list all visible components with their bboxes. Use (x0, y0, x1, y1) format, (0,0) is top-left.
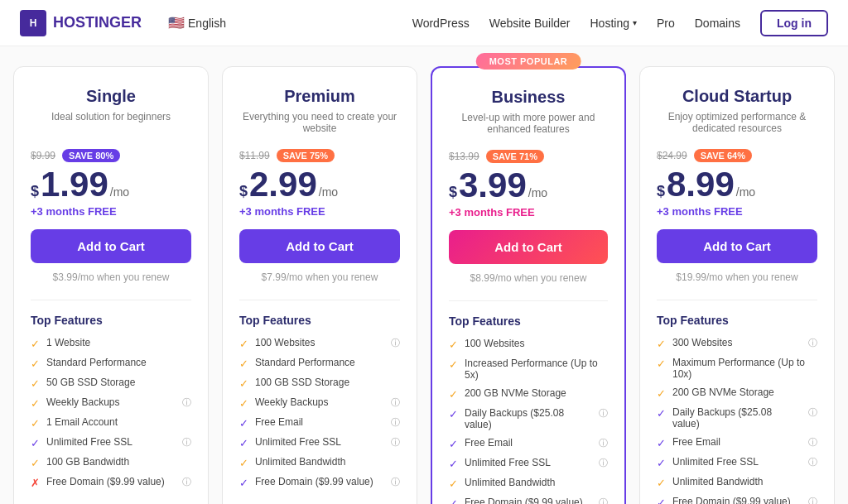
feature-item-cloud-startup-3: ✓ Daily Backups ($25.08 value) ⓘ (657, 406, 817, 430)
nav-links: WordPress Website Builder Hosting ▾ Pro … (412, 10, 828, 36)
features-title-premium: Top Features (239, 314, 400, 327)
check-icon-premium-2: ✓ (239, 377, 248, 390)
plan-card-cloud-startup: Cloud Startup Enjoy optimized performanc… (639, 66, 835, 504)
feature-item-cloud-startup-4: ✓ Free Email ⓘ (657, 436, 817, 449)
info-icon-premium-0[interactable]: ⓘ (391, 337, 400, 349)
info-icon-single-5[interactable]: ⓘ (182, 436, 191, 449)
feature-text-cloud-startup-6: Unlimited Bandwidth (672, 476, 817, 487)
language-selector[interactable]: 🇺🇸 English (168, 15, 226, 31)
info-icon-single-3[interactable]: ⓘ (182, 396, 191, 409)
nav-pro[interactable]: Pro (657, 17, 675, 30)
price-row-premium: $11.99 SAVE 75% (239, 149, 400, 162)
check-icon-single-6: ✓ (31, 457, 40, 469)
price-period-cloud-startup: /mo (736, 185, 755, 199)
feature-text-single-6: 100 GB Bandwidth (46, 456, 191, 468)
divider-cloud-startup (657, 300, 817, 300)
check-icon-premium-6: ✓ (239, 457, 248, 469)
info-icon-premium-3[interactable]: ⓘ (391, 396, 400, 409)
check-icon-cloud-startup-3: ✓ (657, 407, 666, 420)
price-row-single: $9.99 SAVE 80% (31, 149, 191, 162)
feature-text-cloud-startup-3: Daily Backups ($25.08 value) (672, 406, 802, 430)
feature-text-premium-0: 100 Websites (255, 337, 384, 348)
save-badge-single: SAVE 80% (62, 149, 120, 162)
feature-item-premium-5: ✓ Unlimited Free SSL ⓘ (239, 436, 400, 449)
price-amount-premium: 2.99 (249, 167, 317, 202)
feature-text-business-1: Increased Performance (Up to 5x) (465, 358, 608, 381)
add-to-cart-cloud-startup[interactable]: Add to Cart (657, 229, 817, 263)
info-icon-business-4[interactable]: ⓘ (599, 437, 608, 449)
add-to-cart-premium[interactable]: Add to Cart (239, 229, 400, 263)
nav-domains[interactable]: Domains (695, 17, 740, 30)
check-icon-single-3: ✓ (31, 397, 40, 410)
feature-text-cloud-startup-7: Free Domain ($9.99 value) (672, 496, 802, 504)
feature-text-business-2: 200 GB NVMe Storage (465, 387, 608, 399)
check-icon-business-1: ✓ (449, 358, 458, 371)
months-free-single: +3 months FREE (31, 205, 191, 218)
info-icon-cloud-startup-7[interactable]: ⓘ (808, 496, 817, 504)
navbar: H HOSTINGER 🇺🇸 English WordPress Website… (0, 0, 848, 46)
price-display-premium: $ 2.99 /mo (239, 167, 400, 202)
check-icon-business-7: ✓ (449, 497, 458, 504)
feature-item-single-1: ✓ Standard Performance (31, 357, 191, 370)
flag-icon: 🇺🇸 (168, 15, 185, 31)
info-icon-cloud-startup-5[interactable]: ⓘ (808, 456, 817, 468)
login-button[interactable]: Log in (760, 10, 828, 36)
feature-item-premium-3: ✓ Weekly Backups ⓘ (239, 396, 400, 410)
price-period-business: /mo (528, 186, 547, 199)
info-icon-cloud-startup-4[interactable]: ⓘ (808, 436, 817, 449)
price-row-cloud-startup: $24.99 SAVE 64% (657, 149, 817, 162)
feature-item-premium-7: ✓ Free Domain ($9.99 value) ⓘ (239, 476, 400, 489)
add-to-cart-business[interactable]: Add to Cart (449, 230, 608, 264)
nav-hosting[interactable]: Hosting ▾ (590, 17, 636, 30)
months-free-business: +3 months FREE (449, 206, 608, 218)
feature-text-premium-1: Standard Performance (255, 357, 400, 368)
check-icon-single-5: ✓ (31, 437, 40, 449)
info-icon-premium-5[interactable]: ⓘ (391, 436, 400, 449)
feature-item-business-1: ✓ Increased Performance (Up to 5x) (449, 358, 608, 381)
plan-desc-cloud-startup: Enjoy optimized performance & dedicated … (657, 111, 817, 137)
features-list-business: ✓ 100 Websites ✓ Increased Performance (… (449, 338, 608, 504)
nav-wordpress[interactable]: WordPress (412, 17, 470, 30)
check-icon-single-1: ✓ (31, 358, 40, 370)
chevron-down-icon: ▾ (633, 18, 637, 27)
info-icon-premium-4[interactable]: ⓘ (391, 416, 400, 429)
feature-item-single-2: ✓ 50 GB SSD Storage (31, 377, 191, 390)
feature-item-single-5: ✓ Unlimited Free SSL ⓘ (31, 436, 191, 449)
logo[interactable]: H HOSTINGER (20, 10, 142, 36)
feature-item-cloud-startup-5: ✓ Unlimited Free SSL ⓘ (657, 456, 817, 469)
plan-name-single: Single (31, 87, 191, 106)
plan-card-business: MOST POPULAR Business Level-up with more… (431, 66, 626, 504)
info-icon-single-7[interactable]: ⓘ (182, 476, 191, 488)
feature-item-business-2: ✓ 200 GB NVMe Storage (449, 387, 608, 401)
price-amount-cloud-startup: 8.99 (667, 167, 735, 202)
plan-card-premium: Premium Everything you need to create yo… (222, 66, 417, 504)
feature-text-cloud-startup-5: Unlimited Free SSL (672, 456, 802, 468)
feature-item-business-5: ✓ Unlimited Free SSL ⓘ (449, 457, 608, 470)
info-icon-business-7[interactable]: ⓘ (599, 497, 608, 504)
feature-text-cloud-startup-0: 300 Websites (672, 337, 802, 348)
add-to-cart-single[interactable]: Add to Cart (31, 229, 191, 263)
check-icon-premium-4: ✓ (239, 417, 248, 430)
feature-item-single-6: ✓ 100 GB Bandwidth (31, 456, 191, 469)
nav-website-builder[interactable]: Website Builder (489, 17, 571, 30)
check-icon-business-3: ✓ (449, 408, 458, 420)
info-icon-premium-7[interactable]: ⓘ (391, 476, 400, 488)
info-icon-cloud-startup-0[interactable]: ⓘ (808, 337, 817, 349)
plan-desc-business: Level-up with more power and enhanced fe… (449, 112, 608, 138)
check-icon-cloud-startup-0: ✓ (657, 338, 666, 350)
renew-price-business: $8.99/mo when you renew (449, 272, 608, 284)
feature-text-single-1: Standard Performance (46, 357, 191, 368)
features-list-premium: ✓ 100 Websites ⓘ ✓ Standard Performance … (239, 337, 400, 489)
price-amount-business: 3.99 (459, 168, 527, 203)
info-icon-business-3[interactable]: ⓘ (599, 407, 608, 420)
info-icon-business-5[interactable]: ⓘ (599, 457, 608, 469)
logo-icon: H (20, 10, 46, 36)
renew-price-premium: $7.99/mo when you renew (239, 271, 400, 283)
divider-business (449, 300, 608, 301)
check-icon-single-2: ✓ (31, 377, 40, 390)
feature-text-cloud-startup-1: Maximum Performance (Up to 10x) (672, 357, 817, 380)
feature-text-premium-2: 100 GB SSD Storage (255, 377, 400, 388)
check-icon-business-6: ✓ (449, 478, 458, 490)
info-icon-cloud-startup-3[interactable]: ⓘ (808, 406, 817, 419)
feature-text-business-5: Unlimited Free SSL (465, 457, 592, 468)
